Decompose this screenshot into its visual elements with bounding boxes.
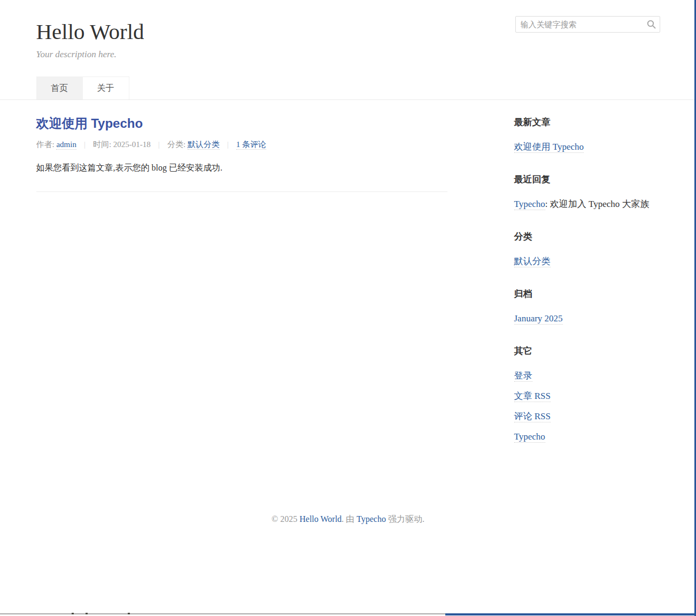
- post-divider: [36, 191, 447, 192]
- copyright-text: © 2025: [272, 514, 297, 523]
- taskbar-edge-line: [0, 613, 445, 614]
- widget-title: 最新文章: [514, 116, 660, 128]
- widget-recent-comments: 最近回复 Typecho: 欢迎加入 Typecho 大家族: [514, 173, 660, 211]
- meta-separator: |: [158, 140, 160, 149]
- site-footer: © 2025 Hello World. 由 Typecho 强力驱动.: [0, 514, 696, 525]
- author-link[interactable]: admin: [56, 140, 76, 150]
- footer-engine-link[interactable]: Typecho: [357, 514, 386, 523]
- widget-title: 归档: [514, 288, 660, 300]
- category-link[interactable]: 默认分类: [188, 140, 220, 150]
- comment-author-link[interactable]: Typecho: [514, 199, 545, 210]
- footer-suffix-text: 强力驱动.: [388, 514, 424, 523]
- main-nav: 首页 关于: [36, 76, 660, 99]
- post-title-link[interactable]: 欢迎使用 Typecho: [36, 116, 447, 132]
- meta-separator: |: [84, 140, 86, 149]
- widget-misc: 其它 登录 文章 RSS 评论 RSS Typecho: [514, 345, 660, 443]
- post-excerpt: 如果您看到这篇文章,表示您的 blog 已经安装成功.: [36, 161, 447, 174]
- nav-tab-home[interactable]: 首页: [36, 76, 83, 99]
- site-header: Hello World Your description here. 首页 关于: [0, 0, 696, 100]
- widget-title: 最近回复: [514, 173, 660, 186]
- list-item: 评论 RSS: [514, 411, 660, 423]
- category-label: 分类:: [167, 140, 185, 149]
- comment-rss-link[interactable]: 评论 RSS: [514, 411, 551, 422]
- search-icon[interactable]: [647, 20, 656, 29]
- list-item: Typecho: [514, 431, 660, 443]
- widget-recent-posts: 最新文章 欢迎使用 Typecho: [514, 116, 660, 153]
- comments-link[interactable]: 1 条评论: [236, 140, 266, 150]
- widget-title: 分类: [514, 230, 660, 243]
- widget-archives: 归档 January 2025: [514, 288, 660, 325]
- list-item: 默认分类: [514, 256, 660, 268]
- widget-title: 其它: [514, 345, 660, 357]
- search-input[interactable]: [515, 16, 660, 33]
- post-rss-link[interactable]: 文章 RSS: [514, 391, 551, 402]
- meta-separator: |: [227, 140, 229, 149]
- recent-post-link[interactable]: 欢迎使用 Typecho: [514, 142, 584, 153]
- post-list: 欢迎使用 Typecho 作者: admin|时间: 2025-01-18|分类…: [36, 100, 447, 463]
- list-item: January 2025: [514, 313, 660, 325]
- taskbar-speck: [86, 613, 88, 614]
- author-label: 作者:: [36, 140, 55, 149]
- list-item: 文章 RSS: [514, 390, 660, 403]
- list-item: 欢迎使用 Typecho: [514, 141, 660, 153]
- sidebar: 最新文章 欢迎使用 Typecho 最近回复 Typecho: 欢迎加入 Typ…: [514, 100, 660, 463]
- post: 欢迎使用 Typecho 作者: admin|时间: 2025-01-18|分类…: [36, 116, 447, 174]
- footer-site-link[interactable]: Hello World: [299, 514, 342, 523]
- post-date: 2025-01-18: [113, 140, 151, 149]
- typecho-link[interactable]: Typecho: [514, 432, 545, 443]
- list-item: Typecho: 欢迎加入 Typecho 大家族: [514, 198, 660, 211]
- site-description: Your description here.: [36, 49, 660, 60]
- post-meta: 作者: admin|时间: 2025-01-18|分类: 默认分类|1 条评论: [36, 140, 447, 150]
- comment-text: : 欢迎加入 Typecho 大家族: [545, 199, 649, 209]
- category-link[interactable]: 默认分类: [514, 256, 551, 267]
- login-link[interactable]: 登录: [514, 371, 532, 382]
- window-border-bottom: [445, 613, 696, 615]
- archive-link[interactable]: January 2025: [514, 313, 563, 325]
- taskbar-speck: [128, 613, 130, 614]
- search-box: [515, 16, 660, 33]
- footer-middle-text: . 由: [342, 514, 354, 523]
- widget-categories: 分类 默认分类: [514, 230, 660, 268]
- taskbar-speck: [72, 613, 74, 614]
- time-label: 时间:: [93, 140, 111, 149]
- nav-tab-about[interactable]: 关于: [83, 76, 129, 99]
- list-item: 登录: [514, 370, 660, 382]
